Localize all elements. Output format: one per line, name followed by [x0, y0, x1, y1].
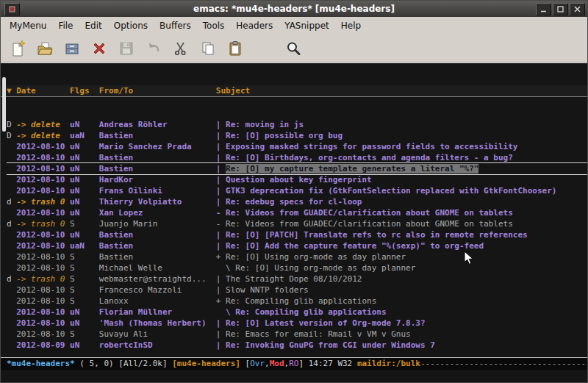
from: Bastien	[99, 241, 216, 251]
message-row[interactable]: 2012-08-10 S Suvayu Ali | Re: Emacs for …	[7, 329, 587, 340]
menu-item-headers[interactable]: Headers	[230, 18, 279, 33]
thread-indicator: |	[216, 175, 226, 185]
minimize-icon	[540, 6, 547, 12]
message-row[interactable]: 2012-08-10 S Bastien + Re: [O] Using org…	[7, 251, 587, 262]
mark	[7, 252, 16, 262]
message-row[interactable]: d -> trash 0 uN Thierry Volpiatto | Re: …	[7, 196, 587, 207]
cut-button[interactable]	[170, 38, 192, 59]
thread-indicator: |	[216, 131, 226, 140]
minimize-button[interactable]	[536, 3, 551, 15]
date: 2012-08-10	[16, 153, 70, 162]
search-button[interactable]	[282, 38, 304, 59]
thread-indicator: |	[216, 274, 226, 284]
window-menu-button[interactable]	[4, 3, 20, 15]
message-row[interactable]: D -> delete uN Andreas Röhler | Re: movi…	[7, 119, 587, 130]
subject: GTK3 deprecation fix (GtkFontSelection r…	[226, 186, 556, 196]
date: -> delete	[16, 120, 70, 129]
message-row[interactable]: d -> trash 0 S Juanjo Marin - Re: Videos…	[7, 218, 587, 229]
new-file-button[interactable]	[7, 38, 29, 59]
message-row[interactable]: 2012-08-10 uN Xan Lopez - Re: Videos fro…	[7, 207, 587, 218]
modeline-segment: 14:27 W32	[309, 359, 357, 368]
message-row[interactable]: 2012-08-10 uN Mario Sanchez Prada | Expo…	[7, 141, 587, 152]
kill-buffer-button[interactable]	[88, 38, 110, 59]
close-button[interactable]	[570, 3, 585, 15]
message-row[interactable]: 2012-08-10 uaN Bastien | Re: [O] Add the…	[7, 240, 587, 251]
copy-button[interactable]	[197, 38, 219, 59]
title-bar[interactable]: emacs: *mu4e-headers* [mu4e-headers]	[1, 1, 587, 17]
modeline-segment: maildir:/bulk	[357, 359, 420, 368]
window-menu-icon	[9, 6, 15, 12]
open-file-button[interactable]	[34, 38, 56, 59]
mark	[7, 153, 16, 162]
date: 2012-08-09	[16, 340, 70, 350]
paste-button[interactable]	[224, 38, 246, 59]
copy-icon	[200, 40, 216, 57]
flags: uN	[70, 197, 99, 207]
close-icon	[574, 6, 581, 12]
message-row[interactable]: 2012-08-09 uN robertcInSD | Re: Invoking…	[7, 340, 587, 351]
message-row[interactable]: 2012-08-10 S Lanoxx + Re: Compiling glib…	[7, 296, 587, 307]
thread-indicator: |	[216, 285, 226, 295]
menu-bar: MyMenuFileEditOptionsBuffersToolsHeaders…	[1, 17, 587, 35]
message-row[interactable]: D -> delete uaN Bastien | Re: [O] possib…	[7, 130, 587, 141]
menu-item-help[interactable]: Help	[335, 18, 367, 33]
cut-icon	[173, 40, 189, 57]
message-row[interactable]: 2012-08-10 uN Bastien | Re: [O] my captu…	[7, 163, 587, 174]
headers-buffer[interactable]: ▼ Date Flgs From/To Subject D -> delete …	[1, 63, 587, 357]
maximize-icon	[557, 6, 564, 12]
undo-button[interactable]	[143, 38, 165, 59]
message-row[interactable]: 2012-08-10 uN Florian Müllner \ Re: Comp…	[7, 307, 587, 318]
modeline-segment: *mu4e-headers*	[7, 359, 75, 368]
header-col-subject: Subject	[216, 86, 250, 96]
flags: uaN	[70, 131, 99, 140]
menu-item-yasnippet[interactable]: YASnippet	[279, 18, 335, 33]
from: robertcInSD	[99, 340, 216, 350]
menu-item-edit[interactable]: Edit	[79, 18, 108, 33]
from: Bastien	[99, 153, 216, 162]
menu-item-options[interactable]: Options	[108, 18, 154, 33]
subject: Re: Videos from GUADEC/clarification abo…	[226, 208, 513, 218]
maximize-button[interactable]	[553, 3, 568, 15]
dired-button[interactable]	[61, 38, 83, 59]
open-file-icon	[37, 40, 53, 57]
message-row[interactable]: 2012-08-10 S Michael Welle \ Re: [O] Usi…	[7, 262, 587, 273]
new-file-icon	[10, 40, 26, 57]
mark: d	[7, 219, 16, 229]
message-row[interactable]: 2012-08-10 uN HardKor | Question about k…	[7, 174, 587, 185]
mode-line[interactable]: *mu4e-headers* ( 5, 0) [All/2.0k] [mu4e-…	[1, 357, 587, 370]
from: Francesco Mazzoli	[99, 285, 216, 295]
thread-indicator: |	[216, 230, 226, 240]
scrollbar-thumb[interactable]	[2, 77, 6, 132]
vertical-scrollbar[interactable]	[1, 76, 7, 357]
emacs-frame: ▼ Date Flgs From/To Subject D -> delete …	[1, 62, 587, 382]
subject: Re: Emacs for email: Rmail v VM v Gnus	[226, 329, 411, 339]
date: 2012-08-10	[16, 318, 70, 328]
message-row[interactable]: d -> trash 0 S webmaster@straightd... | …	[7, 273, 587, 284]
mark	[7, 285, 16, 295]
menu-item-tools[interactable]: Tools	[197, 18, 231, 33]
menu-item-file[interactable]: File	[52, 18, 79, 33]
subject: Re: Compiling glib applications	[235, 307, 386, 317]
save-button[interactable]	[115, 38, 137, 59]
from: Thierry Volpiatto	[99, 197, 216, 207]
flags: uN	[70, 120, 99, 129]
message-row[interactable]: 2012-08-10 uN 'Mash (Thomas Herbert) | R…	[7, 318, 587, 329]
search-icon	[285, 40, 301, 57]
date: 2012-08-10	[16, 230, 70, 240]
thread-indicator: |	[216, 164, 226, 173]
message-row[interactable]: 2012-08-10 uN Frans Oilinki | GTK3 depre…	[7, 185, 587, 196]
subject: Re: [O] Latest version of Org-mode 7.8.3…	[226, 318, 426, 328]
mark: d	[7, 197, 16, 207]
header-col-flags: Flgs	[70, 86, 99, 96]
from: Bastien	[99, 131, 216, 140]
echo-area[interactable]	[1, 370, 587, 382]
subject: Slow NNTP folders	[226, 285, 309, 295]
menu-item-buffers[interactable]: Buffers	[154, 18, 197, 33]
message-row[interactable]: 2012-08-10 S Francesco Mazzoli | Slow NN…	[7, 284, 587, 296]
header-col-date: Date	[16, 86, 70, 96]
thread-indicator: -	[216, 208, 226, 218]
menu-item-mymenu[interactable]: MyMenu	[4, 18, 52, 33]
message-row[interactable]: 2012-08-10 uN Bastien | Re: [O] Birthday…	[7, 152, 587, 163]
message-row[interactable]: 2012-08-10 uN Bastien | Re: [O] [PATCH] …	[7, 229, 587, 240]
mark: d	[7, 274, 16, 284]
